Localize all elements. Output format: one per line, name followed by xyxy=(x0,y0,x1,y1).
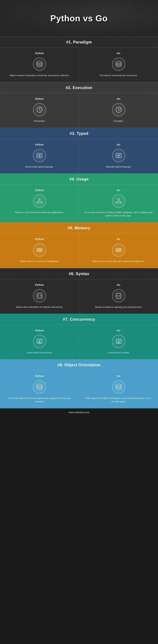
svg-line-33 xyxy=(38,200,39,202)
go-icon-object xyxy=(112,380,125,394)
col-go-usage: Go Go is more focused on being a system … xyxy=(79,185,158,222)
go-label-execution: Go xyxy=(117,97,120,100)
python-icon-memory xyxy=(33,244,46,257)
section-memory: #5. Memory Python xyxy=(0,222,158,268)
python-icon-syntax xyxy=(33,289,46,302)
section-body-concurrency: Python Lacks inbuilt concurrency. Go Con… xyxy=(0,325,158,359)
svg-point-23 xyxy=(118,155,119,156)
svg-point-30 xyxy=(39,198,40,200)
section-execution: #2. Execution Python Interpreted. Go xyxy=(0,82,158,128)
python-label-usage: Python xyxy=(35,189,44,192)
go-icon-execution xyxy=(112,103,125,116)
go-text-syntax: Syntax is based on opening and closing b… xyxy=(95,306,142,309)
section-header-concurrency: #7. Concurrency xyxy=(0,314,158,325)
python-label-concurrency: Python xyxy=(35,329,44,332)
svg-point-14 xyxy=(39,155,40,156)
go-label-usage: Go xyxy=(117,189,120,192)
python-text-concurrency: Lacks inbuilt concurrency. xyxy=(27,351,52,354)
section-object: #8. Object Orientation Python First clas… xyxy=(0,359,158,408)
go-icon-concurrency xyxy=(112,335,125,348)
hero-title: Python vs Go xyxy=(50,13,108,23)
section-header-memory: #5. Memory xyxy=(0,222,158,234)
python-icon-concurrency xyxy=(33,335,46,348)
section-concurrency: #7. Concurrency Python Lacks inbuilt con… xyxy=(0,314,158,359)
section-title-paradigm: #1. Paradigm xyxy=(66,40,92,44)
svg-point-38 xyxy=(120,202,122,203)
svg-point-10 xyxy=(118,110,119,110)
go-label-concurrency: Go xyxy=(117,329,120,332)
python-icon-paradigm xyxy=(33,58,46,71)
python-label-execution: Python xyxy=(35,97,44,100)
col-go-memory: Go With Go you can go di xyxy=(79,234,158,268)
sections-container: #1. Paradigm Python Object oriented, imp… xyxy=(0,36,158,408)
go-label-paradigm: Go xyxy=(117,52,120,54)
svg-line-39 xyxy=(117,200,119,202)
python-text-syntax: Syntax uses indentation to indicate code… xyxy=(16,306,63,309)
section-title-usage: #4. Usage xyxy=(69,177,89,182)
section-header-execution: #2. Execution xyxy=(0,82,158,93)
section-body-object: Python First class Object Oriented progr… xyxy=(0,370,158,408)
col-python-execution: Python Interpreted. xyxy=(0,93,79,128)
go-label-memory: Go xyxy=(117,238,120,240)
col-python-object: Python First class Object Oriented progr… xyxy=(0,370,79,408)
go-icon-memory xyxy=(112,244,125,257)
python-label-object: Python xyxy=(35,374,44,378)
svg-line-34 xyxy=(39,200,41,202)
go-icon-paradigm xyxy=(112,58,125,71)
col-python-memory: Python Python offers no xyxy=(0,234,79,268)
go-text-usage: Go is more focused on being a system lan… xyxy=(84,211,153,218)
svg-point-1 xyxy=(116,61,121,63)
go-icon-syntax xyxy=(112,289,125,302)
python-label-memory: Python xyxy=(35,238,44,240)
go-text-memory: With Go you can go dirty with memory man… xyxy=(93,260,145,263)
section-body-syntax: Python Syntax uses indentation to indica… xyxy=(0,280,158,314)
svg-point-32 xyxy=(41,202,42,203)
python-label-typed: Python xyxy=(35,143,44,146)
col-python-concurrency: Python Lacks inbuilt concurrency. xyxy=(0,325,79,359)
footer: www.educba.com xyxy=(0,408,158,416)
go-text-paradigm: Procedural, functional and concurrent. xyxy=(100,74,137,77)
col-go-typed: Go Statically typed language. xyxy=(79,139,158,174)
python-text-paradigm: Object oriented, imperative, functional,… xyxy=(9,74,69,77)
col-go-syntax: Go Syntax is based on opening and closin… xyxy=(79,280,158,314)
section-body-usage: Python Python is more focused to write w… xyxy=(0,185,158,222)
go-label-object: Go xyxy=(117,374,120,378)
python-label-paradigm: Python xyxy=(35,52,44,54)
go-text-execution: Compiled. xyxy=(114,120,124,123)
hero-section: Python vs Go xyxy=(0,0,158,36)
section-body-paradigm: Python Object oriented, imperative, func… xyxy=(0,48,158,82)
python-text-usage: Python is more focused to write web appl… xyxy=(15,211,64,214)
section-header-syntax: #6. Syntax xyxy=(0,268,158,280)
python-text-memory: Python offers no memory management. xyxy=(20,260,59,263)
python-text-typed: Dynamically typed language. xyxy=(25,165,54,168)
section-body-typed: Python Dynamically typed language. Go xyxy=(0,139,158,174)
section-header-usage: #4. Usage xyxy=(0,174,158,185)
section-header-paradigm: #1. Paradigm xyxy=(0,36,158,48)
go-label-syntax: Go xyxy=(117,283,120,286)
go-text-object: Mild support for Object Orientation and … xyxy=(84,396,153,404)
section-title-concurrency: #7. Concurrency xyxy=(63,317,95,322)
python-icon-typed xyxy=(33,149,46,162)
col-go-paradigm: Go Procedural, functional and concurrent… xyxy=(79,48,158,82)
col-python-syntax: Python Syntax uses indentation to indica… xyxy=(0,280,79,314)
section-body-memory: Python Python offers no xyxy=(0,234,158,268)
svg-point-94 xyxy=(37,384,42,386)
svg-point-31 xyxy=(36,202,38,203)
go-icon-usage xyxy=(112,194,125,208)
section-header-object: #8. Object Orientation xyxy=(0,359,158,370)
section-syntax: #6. Syntax Python Syntax uses indentatio… xyxy=(0,268,158,314)
svg-point-5 xyxy=(39,110,40,110)
col-go-execution: Go Compiled. xyxy=(79,93,158,128)
col-python-typed: Python Dynamically typed language. xyxy=(0,139,79,174)
svg-point-37 xyxy=(116,202,117,203)
section-title-memory: #5. Memory xyxy=(68,226,90,230)
python-text-object: First class Object Oriented programming,… xyxy=(5,396,74,404)
svg-point-0 xyxy=(37,61,42,63)
go-label-typed: Go xyxy=(117,143,120,146)
python-icon-execution xyxy=(33,103,46,116)
python-icon-object xyxy=(33,380,46,394)
col-python-usage: Python Python is more focused to write w… xyxy=(0,185,79,222)
section-title-syntax: #6. Syntax xyxy=(69,272,89,276)
python-text-execution: Interpreted. xyxy=(34,120,45,123)
section-paradigm: #1. Paradigm Python Object oriented, imp… xyxy=(0,36,158,82)
